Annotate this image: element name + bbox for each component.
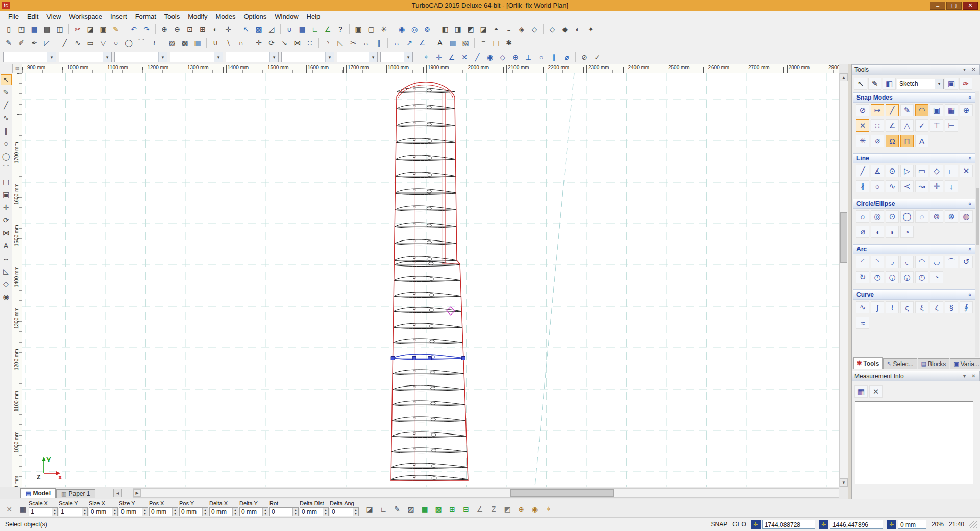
angle-toggle-icon[interactable]: ∠ bbox=[322, 23, 334, 35]
snap-middle-quick-icon[interactable]: ╱ bbox=[471, 51, 483, 63]
copy-icon[interactable]: ◪ bbox=[84, 23, 96, 35]
style-combo-8[interactable]: ▾ bbox=[380, 52, 413, 62]
line-ortho-icon[interactable]: ↓ bbox=[945, 180, 958, 192]
resize-grip[interactable] bbox=[969, 521, 977, 528]
open-icon[interactable]: ◳ bbox=[15, 23, 28, 35]
line-axis-icon[interactable]: ✛ bbox=[930, 180, 943, 192]
section-header[interactable]: Curve« bbox=[853, 289, 975, 300]
arc-ccw-icon[interactable]: ↺ bbox=[960, 256, 973, 268]
snap-platform-icon[interactable]: △ bbox=[900, 119, 914, 132]
reference-diamond[interactable] bbox=[447, 307, 455, 315]
paste-icon[interactable]: ▣ bbox=[97, 23, 109, 35]
field-input[interactable]: 0 mm▴▾ bbox=[149, 507, 178, 516]
section-header[interactable]: Snap Modes« bbox=[853, 92, 975, 103]
snap-tangent-quick-icon[interactable]: ○ bbox=[535, 51, 547, 63]
erase-icon[interactable]: ◿ bbox=[265, 23, 278, 35]
snap-horizontal-icon[interactable]: ⊢ bbox=[945, 119, 958, 132]
circle-concentric-icon[interactable]: ◎ bbox=[871, 210, 884, 223]
snap-grid-points-icon[interactable]: ∷ bbox=[871, 119, 884, 132]
panel-tab-blocks[interactable]: ▤Blocks bbox=[918, 358, 950, 369]
style-combo-3[interactable]: ▾ bbox=[114, 52, 167, 62]
sketch-pen-icon[interactable]: ✎ bbox=[3, 37, 15, 49]
line-single-icon[interactable]: ╱ bbox=[856, 165, 869, 177]
coordinate-value-x[interactable]: 1744,088728 bbox=[762, 520, 815, 529]
snap-center-quick-icon[interactable]: ◉ bbox=[484, 51, 496, 63]
horizontal-scroll-thumb[interactable] bbox=[510, 489, 614, 497]
maximize-button[interactable]: ▢ bbox=[946, 2, 962, 10]
track-icon[interactable]: ⌖ bbox=[543, 503, 555, 515]
polygon-icon[interactable]: ▽ bbox=[97, 37, 109, 49]
circle-tool-icon[interactable]: ○ bbox=[1, 138, 12, 149]
arc-quarter-4-icon[interactable]: ◷ bbox=[915, 271, 928, 283]
spin-down-icon[interactable]: ▾ bbox=[142, 512, 148, 516]
arc-chord-icon[interactable]: ⌒ bbox=[945, 256, 958, 268]
wing-rib[interactable] bbox=[394, 307, 461, 313]
spin-down-icon[interactable]: ▾ bbox=[203, 512, 208, 516]
selection-info-icon[interactable]: ▦ bbox=[17, 503, 29, 515]
ellipse-fixed-icon[interactable]: ◗ bbox=[886, 226, 899, 238]
panel-menu-icon[interactable]: ▾ bbox=[961, 66, 968, 74]
circle-tangent-arc-icon[interactable]: ⌀ bbox=[856, 226, 869, 238]
snap-assist-icon[interactable]: A bbox=[915, 135, 928, 147]
view-right-icon[interactable]: ◪ bbox=[477, 23, 489, 35]
wing-rib[interactable] bbox=[395, 189, 456, 195]
scroll-right-icon[interactable]: ▶ bbox=[133, 489, 141, 497]
curve-spline-icon[interactable]: ∿ bbox=[856, 301, 869, 313]
spinner[interactable]: ▴▾ bbox=[142, 508, 148, 516]
wing-rib[interactable] bbox=[394, 276, 460, 282]
wing-rib[interactable] bbox=[392, 401, 465, 406]
zoom-out-icon[interactable]: ⊖ bbox=[171, 23, 183, 35]
solid-fill-icon[interactable]: ▩ bbox=[179, 37, 191, 49]
menu-modes[interactable]: Modes bbox=[211, 11, 239, 22]
snap-cross-icon[interactable]: ✕ bbox=[856, 119, 869, 132]
curve-xi-icon[interactable]: ξ bbox=[915, 301, 928, 313]
model-space-icon[interactable]: ◉ bbox=[396, 23, 408, 35]
style-combo-7[interactable]: ▾ bbox=[337, 52, 378, 62]
wing-rib[interactable] bbox=[393, 370, 464, 375]
spline-icon[interactable]: ≀ bbox=[148, 37, 160, 49]
line-multiline-icon[interactable]: ✕ bbox=[960, 165, 973, 177]
coordinate-value-y[interactable]: 1446,447896 bbox=[830, 520, 883, 529]
style-combo-1[interactable]: ▾ bbox=[3, 52, 56, 62]
chevron-down-icon[interactable]: ▾ bbox=[270, 52, 278, 62]
rotate-icon[interactable]: ⟳ bbox=[265, 37, 278, 49]
rotate-tool-icon[interactable]: ⟳ bbox=[1, 214, 12, 226]
view-bottom-icon[interactable]: ◒ bbox=[503, 23, 515, 35]
palette-scrollbar[interactable] bbox=[975, 91, 979, 357]
fill-mode-icon[interactable]: ▨ bbox=[405, 503, 417, 515]
palette-scroll-thumb[interactable] bbox=[976, 188, 979, 245]
grid-iso-toggle-icon[interactable]: ⊟ bbox=[460, 503, 472, 515]
chamfer-icon[interactable]: ◺ bbox=[334, 37, 347, 49]
angle-dimension-tool-icon[interactable]: ◺ bbox=[1, 266, 12, 277]
spinner[interactable]: ▴▾ bbox=[202, 508, 208, 516]
highlight-icon[interactable]: ◸ bbox=[41, 37, 53, 49]
spinner[interactable]: ▴▾ bbox=[172, 508, 178, 516]
horizontal-scrollbar[interactable]: ◀ ▶ bbox=[133, 488, 839, 498]
geo-toggle-label[interactable]: GEO bbox=[732, 521, 746, 528]
arc-quarter-3-icon[interactable]: ◶ bbox=[900, 271, 914, 283]
vertical-scroll-thumb[interactable] bbox=[840, 212, 847, 263]
chevron-down-icon[interactable]: ▾ bbox=[369, 52, 377, 62]
cut-icon[interactable]: ✂ bbox=[71, 23, 84, 35]
settings-icon[interactable]: ✱ bbox=[503, 37, 515, 49]
grid-visible-toggle-icon[interactable]: ▩ bbox=[432, 503, 445, 515]
collapse-chevron-icon[interactable]: « bbox=[967, 157, 973, 160]
line-icon[interactable]: ╱ bbox=[59, 37, 71, 49]
collapse-chevron-icon[interactable]: « bbox=[967, 96, 973, 99]
style-combo-2[interactable]: ▾ bbox=[59, 52, 112, 62]
snap-nearest-icon[interactable]: ↦ bbox=[871, 104, 884, 116]
wing-rib[interactable] bbox=[392, 417, 466, 422]
dimension-tool-icon[interactable]: ↔ bbox=[1, 253, 12, 264]
snap-vertical-icon[interactable]: ⊤ bbox=[930, 119, 943, 132]
menu-file[interactable]: File bbox=[4, 11, 23, 22]
view-iso-icon[interactable]: ◈ bbox=[516, 23, 528, 35]
pen-mode-icon[interactable]: ✎ bbox=[391, 503, 403, 515]
union-icon[interactable]: ∪ bbox=[209, 37, 222, 49]
curve-bezier-icon[interactable]: ∫ bbox=[871, 301, 884, 313]
format-painter-icon[interactable]: ✎ bbox=[110, 23, 122, 35]
palette-paint-icon[interactable]: ✑ bbox=[959, 78, 972, 90]
rectangle-icon[interactable]: ▭ bbox=[84, 37, 96, 49]
snap-intersection-icon[interactable]: ⊕ bbox=[960, 104, 973, 116]
collapse-chevron-icon[interactable]: « bbox=[967, 293, 973, 296]
spinner[interactable]: ▴▾ bbox=[292, 508, 298, 516]
